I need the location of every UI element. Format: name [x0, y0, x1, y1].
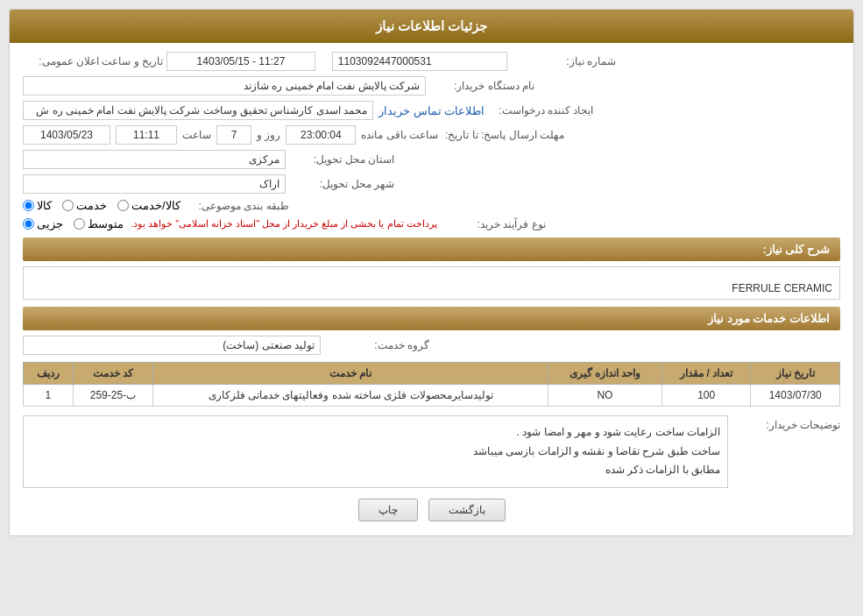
contact-info-link[interactable]: اطلاعات تماس خریدار — [378, 104, 485, 117]
purchase-type-radio-medium[interactable] — [74, 218, 85, 230]
delivery-province-label: استان محل تحویل: — [289, 153, 394, 166]
category-option-kala-khedmat[interactable]: کالا/خدمت — [117, 199, 180, 212]
service-group-label: گروه خدمت: — [324, 339, 429, 351]
purchase-type-label-partial: جزیی — [37, 217, 63, 230]
category-option-label-kala-khedmat: کالا/خدمت — [131, 199, 180, 212]
category-option-label-kala: کالا — [37, 199, 52, 212]
announcement-time-value: 1403/05/15 - 11:27 — [166, 52, 315, 71]
back-button[interactable]: بازگشت — [428, 499, 506, 521]
delivery-city-label: شهر محل تحویل: — [289, 178, 394, 190]
button-row: بازگشت چاپ — [23, 499, 840, 521]
day-label: روز و — [257, 129, 280, 141]
col-header-row-num: ردیف — [24, 363, 74, 385]
service-info-section-title: اطلاعات خدمات مورد نیاز — [23, 307, 840, 330]
col-header-unit: واحد اندازه گیری — [548, 363, 661, 385]
page-title: جزئیات اطلاعات نیاز — [10, 10, 853, 43]
purchase-type-medium[interactable]: متوسط — [74, 217, 124, 230]
buyer-desc-label: توضیحات خریدار: — [735, 415, 840, 431]
buyer-org-value: شرکت پالایش نفت امام خمینی ره شازند — [23, 76, 426, 96]
category-label: طبقه بندی موضوعی: — [184, 200, 289, 212]
general-desc-section-title: شرح کلی نیاز: — [23, 237, 840, 261]
category-option-label-khedmat: خدمت — [76, 199, 107, 212]
purchase-type-label-medium: متوسط — [88, 217, 124, 230]
cell-service-name: تولیدسایرمحصولات فلزی ساخته شده وفعالیته… — [153, 385, 548, 407]
category-option-kala[interactable]: کالا — [23, 199, 52, 212]
requester-label: ایجاد کننده درخواست: — [488, 104, 593, 117]
delivery-province-value: مرکزی — [23, 150, 286, 169]
remaining-time-value: 23:00:04 — [286, 125, 356, 145]
cell-date: 1403/07/30 — [751, 385, 840, 407]
cell-service-code: ب-25-259 — [73, 385, 152, 407]
response-days-value: 7 — [216, 125, 251, 145]
buyer-org-label: نام دستگاه خریدار: — [429, 80, 534, 92]
category-radio-khedmat[interactable] — [62, 200, 74, 211]
purchase-type-partial[interactable]: جزیی — [23, 217, 63, 230]
response-time-value: 11:11 — [116, 125, 177, 145]
service-table: تاریخ نیاز تعداد / مقدار واحد اندازه گیر… — [23, 362, 840, 407]
cell-row-num: 1 — [24, 385, 74, 407]
service-group-value: تولید صنعتی (ساخت) — [23, 336, 321, 355]
category-radio-kala-khedmat[interactable] — [117, 200, 129, 211]
need-number-value: 1103092447000531 — [332, 52, 507, 71]
purchase-type-radio-partial[interactable] — [23, 218, 34, 230]
category-option-khedmat[interactable]: خدمت — [62, 199, 107, 212]
purchase-type-label: نوع فرآیند خرید: — [441, 218, 546, 230]
table-row: 1403/07/30 100 NO تولیدسایرمحصولات فلزی … — [24, 385, 840, 407]
cell-unit: NO — [548, 385, 661, 407]
print-button[interactable]: چاپ — [358, 499, 418, 521]
category-radio-kala[interactable] — [23, 200, 34, 211]
purchase-type-radio-group: متوسط جزیی — [23, 217, 124, 230]
category-radio-group: کالا/خدمت خدمت کالا — [23, 199, 180, 212]
buyer-desc-value: الزامات ساخت رعایت شود و مهر و امضا شود … — [23, 415, 728, 488]
response-date-value: 1403/05/23 — [23, 125, 110, 145]
cell-quantity: 100 — [661, 385, 751, 407]
general-desc-value: FERRULE CERAMIC — [23, 266, 840, 300]
col-header-service-code: کد خدمت — [73, 363, 152, 385]
col-header-quantity: تعداد / مقدار — [661, 363, 751, 385]
col-header-service-name: نام خدمت — [153, 363, 548, 385]
announcement-label: تاریخ و ساعت اعلان عمومی: — [23, 55, 163, 67]
col-header-date: تاریخ نیاز — [751, 363, 840, 385]
delivery-city-value: اراک — [23, 174, 286, 194]
remaining-label: ساعت باقی مانده — [361, 129, 438, 141]
requester-value: محمد اسدی کارشناس تحقیق وساخت شرکت پالای… — [23, 101, 373, 120]
purchase-type-note: پرداخت تمام یا بخشی از مبلغ خریدار از مح… — [131, 218, 437, 230]
need-number-label: شماره نیاز: — [511, 55, 616, 67]
time-label: ساعت — [182, 129, 211, 141]
response-deadline-label: مهلت ارسال پاسخ: تا تاریخ: — [442, 129, 564, 141]
